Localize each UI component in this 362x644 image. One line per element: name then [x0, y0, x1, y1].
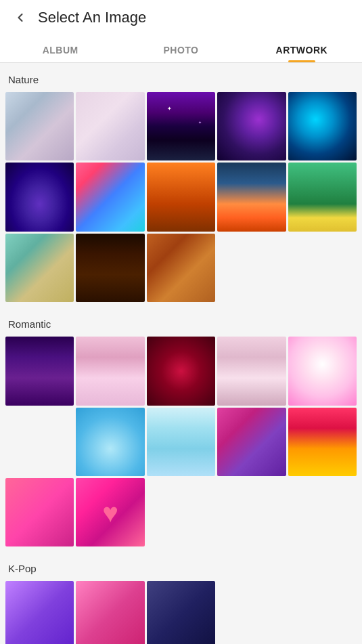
- list-item[interactable]: [288, 163, 357, 231]
- list-item[interactable]: [288, 337, 357, 405]
- list-item[interactable]: [288, 408, 357, 476]
- list-item[interactable]: [217, 337, 286, 405]
- nature-grid: [5, 92, 357, 302]
- content-area: Nature Romantic K-Pop: [0, 63, 362, 644]
- list-item[interactable]: [5, 408, 74, 476]
- list-item[interactable]: [5, 581, 74, 644]
- header: Select An Image: [0, 0, 362, 35]
- kpop-grid: [5, 581, 357, 644]
- list-item[interactable]: [76, 92, 144, 160]
- section-label-romantic: Romantic: [5, 318, 357, 330]
- list-item[interactable]: [217, 581, 286, 644]
- list-item[interactable]: [76, 408, 144, 476]
- list-item[interactable]: [147, 92, 215, 160]
- list-item[interactable]: [288, 92, 357, 160]
- list-item[interactable]: [147, 581, 215, 644]
- list-item[interactable]: [217, 163, 286, 231]
- list-item[interactable]: [5, 92, 74, 160]
- list-item[interactable]: [217, 408, 286, 476]
- list-item[interactable]: [76, 234, 144, 302]
- tab-album[interactable]: ALBUM: [0, 35, 120, 62]
- back-button[interactable]: [11, 8, 30, 27]
- section-label-nature: Nature: [5, 74, 357, 85]
- tab-bar: ALBUM PHOTO ARTWORK: [0, 35, 362, 63]
- list-item[interactable]: [76, 478, 144, 546]
- list-item[interactable]: [5, 163, 74, 231]
- list-item[interactable]: [76, 337, 144, 405]
- romantic-grid: [5, 337, 357, 546]
- list-item[interactable]: [5, 478, 74, 546]
- list-item[interactable]: [147, 408, 215, 476]
- list-item[interactable]: [147, 234, 215, 302]
- list-item[interactable]: [217, 92, 286, 160]
- section-label-kpop: K-Pop: [5, 563, 357, 574]
- list-item[interactable]: [76, 163, 144, 231]
- page-title: Select An Image: [38, 9, 146, 26]
- tab-artwork[interactable]: ARTWORK: [242, 35, 362, 62]
- list-item[interactable]: [76, 581, 144, 644]
- list-item[interactable]: [147, 337, 215, 405]
- list-item[interactable]: [147, 163, 215, 231]
- list-item[interactable]: [5, 234, 74, 302]
- list-item[interactable]: [5, 337, 74, 405]
- tab-photo[interactable]: PHOTO: [120, 35, 241, 62]
